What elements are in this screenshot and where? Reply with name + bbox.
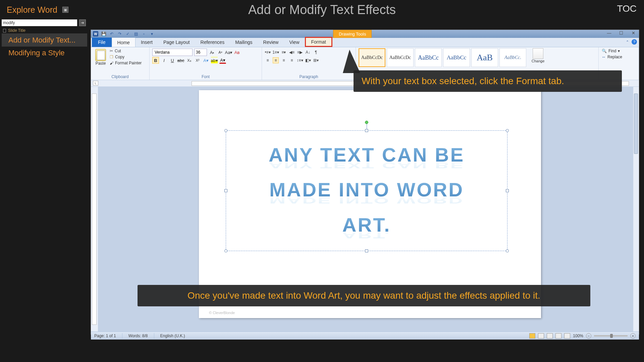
format-painter-button[interactable]: Format Painter bbox=[109, 60, 142, 66]
view-fullscreen-icon[interactable] bbox=[538, 333, 544, 339]
nav-item-modifying-style[interactable]: Modifying a Style bbox=[2, 47, 87, 59]
shrink-font-icon[interactable]: A▾ bbox=[217, 49, 224, 56]
line-spacing-icon[interactable]: ↕≡▾ bbox=[297, 57, 303, 63]
change-case-icon[interactable]: Aa▾ bbox=[225, 49, 232, 56]
style-nospacing[interactable]: AaBbCcDc bbox=[387, 48, 414, 67]
font-color-icon[interactable]: A▾ bbox=[219, 57, 226, 64]
subscript-button[interactable]: X₂ bbox=[186, 57, 193, 64]
text-effects-icon[interactable]: A▾ bbox=[203, 57, 209, 64]
style-normal[interactable]: AaBbCcDc bbox=[359, 48, 385, 67]
align-right-icon[interactable]: ≡ bbox=[281, 57, 287, 63]
save-icon[interactable]: 💾 bbox=[101, 31, 106, 37]
resize-handle[interactable] bbox=[506, 249, 509, 252]
close-button[interactable]: ✕ bbox=[630, 31, 637, 36]
highlight-icon[interactable]: ab▾ bbox=[211, 57, 218, 64]
style-heading1[interactable]: AaBbCc bbox=[415, 48, 442, 67]
justify-icon[interactable]: ≡ bbox=[289, 57, 295, 63]
vertical-ruler bbox=[91, 87, 98, 331]
undo-icon[interactable]: ↶ bbox=[109, 31, 114, 37]
copy-button[interactable]: Copy bbox=[109, 54, 142, 60]
align-center-icon[interactable]: ≡ bbox=[273, 57, 279, 63]
bullets-icon[interactable]: •≡▾ bbox=[265, 49, 271, 55]
view-outline-icon[interactable] bbox=[555, 333, 561, 339]
shading-icon[interactable]: ◧▾ bbox=[305, 57, 311, 63]
bold-button[interactable]: B bbox=[152, 57, 159, 64]
tab-home[interactable]: Home bbox=[112, 38, 136, 47]
redo-icon[interactable]: ↷ bbox=[117, 31, 122, 37]
tab-review[interactable]: Review bbox=[258, 38, 284, 47]
wordart-textbox[interactable]: ANY TEXT CAN BE MADE INTO WORD ART. bbox=[226, 130, 507, 251]
font-name-input[interactable] bbox=[152, 49, 193, 56]
qat-new-icon[interactable]: ▫ bbox=[141, 31, 147, 37]
zoom-slider[interactable] bbox=[594, 335, 628, 337]
change-styles-button[interactable]: Change bbox=[530, 48, 546, 67]
superscript-button[interactable]: X² bbox=[194, 57, 201, 64]
sort-icon[interactable]: A↓ bbox=[305, 49, 311, 55]
resize-handle[interactable] bbox=[224, 129, 227, 132]
status-page[interactable]: Page: 1 of 1 bbox=[94, 334, 116, 338]
search-input[interactable] bbox=[2, 19, 77, 26]
instruction-callout-1: With your text box selected, click the F… bbox=[354, 70, 622, 92]
status-words[interactable]: Words: 8/8 bbox=[128, 334, 148, 338]
app-header: Explore Word ▣ Add or Modify Text Effect… bbox=[0, 0, 644, 19]
zoom-out-button[interactable]: − bbox=[586, 333, 591, 339]
underline-button[interactable]: U bbox=[169, 57, 176, 64]
toc-link[interactable]: TOC bbox=[617, 3, 637, 14]
qat-dropdown-icon[interactable]: ▾ bbox=[149, 31, 155, 37]
tab-selector[interactable]: L bbox=[93, 81, 98, 85]
tab-view[interactable]: View bbox=[284, 38, 305, 47]
wordart-content[interactable]: ANY TEXT CAN BE MADE INTO WORD ART. bbox=[226, 131, 507, 242]
decrease-indent-icon[interactable]: ◀≡ bbox=[289, 49, 295, 55]
view-draft-icon[interactable] bbox=[564, 333, 570, 339]
strike-button[interactable]: abc bbox=[177, 57, 184, 64]
expand-icon[interactable]: ▣ bbox=[62, 7, 68, 13]
clear-formatting-icon[interactable]: Aʙ bbox=[234, 49, 240, 56]
style-heading2[interactable]: AaBbCc bbox=[443, 48, 470, 67]
zoom-in-button[interactable]: + bbox=[630, 333, 636, 339]
qat-spell-icon[interactable]: ✓ bbox=[125, 31, 130, 37]
cut-button[interactable]: Cut bbox=[109, 48, 142, 54]
maximize-button[interactable]: ☐ bbox=[618, 31, 625, 36]
font-size-input[interactable] bbox=[194, 49, 207, 56]
status-language[interactable]: English (U.K.) bbox=[160, 334, 185, 338]
search-go-icon[interactable]: ➜ bbox=[79, 19, 86, 26]
find-button[interactable]: 🔍Find ▾ bbox=[601, 48, 636, 54]
paste-button[interactable]: Paste bbox=[94, 48, 108, 66]
rotation-handle-icon[interactable] bbox=[365, 121, 368, 124]
document-page[interactable]: ANY TEXT CAN BE MADE INTO WORD ART. © Cl… bbox=[199, 90, 541, 318]
tab-format[interactable]: Format bbox=[305, 37, 332, 47]
grow-font-icon[interactable]: A▴ bbox=[209, 49, 215, 56]
resize-handle[interactable] bbox=[365, 249, 368, 252]
multilevel-icon[interactable]: ≡▾ bbox=[281, 49, 287, 55]
show-marks-icon[interactable]: ¶ bbox=[313, 49, 319, 55]
instruction-callout-2: Once you've made text into Word Art, you… bbox=[138, 285, 590, 306]
minimize-button[interactable]: — bbox=[605, 31, 613, 36]
zoom-level[interactable]: 100% bbox=[573, 334, 583, 338]
help-icon[interactable]: ? bbox=[632, 39, 637, 45]
italic-button[interactable]: I bbox=[161, 57, 167, 64]
replace-button[interactable]: ↔Replace bbox=[601, 54, 636, 60]
increase-indent-icon[interactable]: ≡▶ bbox=[297, 49, 303, 55]
style-title[interactable]: AaB bbox=[471, 48, 498, 67]
qat-print-icon[interactable]: ▤ bbox=[133, 31, 139, 37]
style-subtitle[interactable]: AaBbCc. bbox=[499, 48, 526, 67]
callout-pointer bbox=[343, 50, 360, 73]
change-styles-icon bbox=[533, 48, 543, 59]
resize-handle[interactable] bbox=[506, 129, 509, 132]
tab-file[interactable]: File bbox=[92, 38, 112, 47]
tab-mailings[interactable]: Mailings bbox=[230, 38, 258, 47]
view-web-icon[interactable] bbox=[547, 333, 553, 339]
ribbon-collapse-icon[interactable]: ⌃ bbox=[626, 40, 629, 44]
nav-item-add-modify[interactable]: Add or Modify Text... bbox=[2, 34, 87, 47]
brush-icon bbox=[110, 61, 113, 65]
numbering-icon[interactable]: 1≡▾ bbox=[273, 49, 279, 55]
resize-handle[interactable] bbox=[365, 129, 368, 132]
tab-insert[interactable]: Insert bbox=[136, 38, 158, 47]
view-print-layout-icon[interactable] bbox=[529, 333, 535, 339]
tab-references[interactable]: References bbox=[195, 38, 230, 47]
align-left-icon[interactable]: ≡ bbox=[265, 57, 271, 63]
tab-page-layout[interactable]: Page Layout bbox=[158, 38, 195, 47]
vertical-scrollbar[interactable] bbox=[633, 87, 639, 331]
borders-icon[interactable]: ⊞▾ bbox=[313, 57, 319, 63]
resize-handle[interactable] bbox=[224, 249, 227, 252]
